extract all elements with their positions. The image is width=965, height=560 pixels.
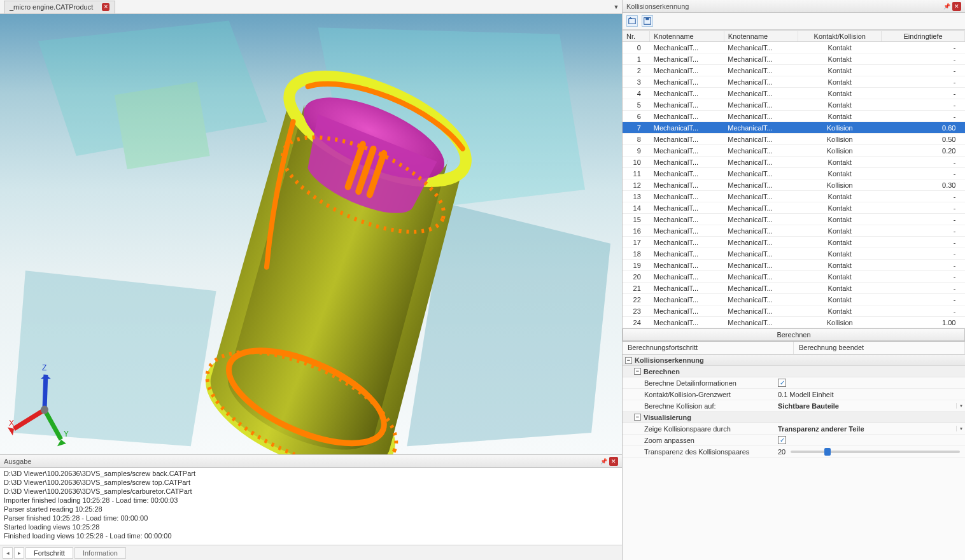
svg-point-20: [41, 406, 48, 414]
output-title: Ausgabe: [4, 458, 31, 465]
chevron-left-icon[interactable]: ◂: [3, 547, 13, 559]
chevron-right-icon[interactable]: ▸: [14, 547, 24, 559]
svg-line-18: [45, 375, 46, 410]
chevron-down-icon[interactable]: ▾: [956, 403, 965, 409]
table-row[interactable]: 23MechanicalT...MechanicalT...Kontakt-: [623, 305, 965, 317]
table-row[interactable]: 12MechanicalT...MechanicalT...Kollision0…: [623, 179, 965, 191]
close-icon[interactable]: ✕: [952, 2, 961, 11]
table-row[interactable]: 21MechanicalT...MechanicalT...Kontakt-: [623, 283, 965, 294]
prop-calc-on: Berechne Kollision auf: Sichtbare Bautei…: [623, 400, 965, 412]
status-label: Berechnungsfortschritt: [623, 342, 794, 354]
table-row[interactable]: 5MechanicalT...MechanicalT...Kontakt-: [623, 99, 965, 111]
svg-marker-4: [115, 81, 210, 169]
prop-group-vis[interactable]: − Visualisierung: [623, 412, 965, 423]
table-row[interactable]: 22MechanicalT...MechanicalT...Kontakt-: [623, 294, 965, 305]
table-row[interactable]: 9MechanicalT...MechanicalT...Kollision0.…: [623, 145, 965, 157]
table-row[interactable]: 8MechanicalT...MechanicalT...Kollision0.…: [623, 134, 965, 145]
threshold-value[interactable]: 0.1 Modell Einheit: [778, 391, 833, 398]
svg-rect-21: [629, 19, 636, 24]
viewport-tab-dropdown-icon[interactable]: ▼: [610, 4, 622, 10]
table-row[interactable]: 1MechanicalT...MechanicalT...Kontakt-: [623, 53, 965, 65]
table-row[interactable]: 11MechanicalT...MechanicalT...Kontakt-: [623, 168, 965, 179]
collapse-icon[interactable]: −: [634, 368, 641, 375]
status-row: Berechnungsfortschritt Berechnung beende…: [623, 342, 965, 354]
table-row[interactable]: 2MechanicalT...MechanicalT...Kontakt-: [623, 65, 965, 76]
clash-table-area: Nr. Knotenname Knotenname Kontakt/Kollis…: [623, 30, 965, 342]
svg-marker-3: [13, 270, 216, 446]
detail-checkbox[interactable]: [778, 379, 786, 387]
output-line: Finished loading views 10:25:28 - Load t…: [4, 531, 618, 540]
col-depth[interactable]: Eindringtiefe: [882, 31, 965, 42]
collapse-icon[interactable]: −: [634, 414, 641, 421]
table-row[interactable]: 16MechanicalT...MechanicalT...Kontakt-: [623, 225, 965, 237]
app-root: _micro engine.CATProduct ✕ ▼: [0, 0, 965, 560]
left-column: _micro engine.CATProduct ✕ ▼: [0, 0, 623, 560]
prop-root[interactable]: − Kollisionserkennung: [623, 354, 965, 366]
close-icon[interactable]: ✕: [609, 457, 618, 466]
table-row[interactable]: 10MechanicalT...MechanicalT...Kontakt-: [623, 157, 965, 168]
output-line: Parser finished 10:25:28 - Load time: 00…: [4, 514, 618, 522]
pin-icon[interactable]: 📌: [599, 457, 608, 466]
prop-threshold: Kontakt/Kollision-Grenzwert 0.1 Modell E…: [623, 389, 965, 400]
transparency-slider[interactable]: [791, 451, 960, 453]
transparency-value[interactable]: 20: [778, 448, 785, 456]
tab-information[interactable]: Information: [74, 547, 126, 559]
clash-header: Kollisionserkennung 📌 ✕: [623, 0, 965, 13]
output-header: Ausgabe 📌 ✕: [0, 455, 622, 468]
table-row[interactable]: 0MechanicalT...MechanicalT...Kontakt-: [623, 42, 965, 53]
calc-on-select[interactable]: Sichtbare Bauteile: [778, 402, 839, 410]
svg-marker-15: [8, 428, 14, 436]
output-line: Parser started reading 10:25:28: [4, 505, 618, 514]
axis-x-label: X: [9, 419, 14, 428]
viewport-tabbar: _micro engine.CATProduct ✕ ▼: [0, 0, 622, 14]
col-kind[interactable]: Kontakt/Kollision: [798, 31, 882, 42]
prop-group-berechnen[interactable]: − Berechnen: [623, 366, 965, 377]
zoom-checkbox[interactable]: [778, 436, 786, 444]
table-row[interactable]: 15MechanicalT...MechanicalT...Kontakt-: [623, 214, 965, 225]
table-row[interactable]: 18MechanicalT...MechanicalT...Kontakt-: [623, 248, 965, 260]
output-line: Importer finished loading 10:25:28 - Loa…: [4, 496, 618, 505]
3d-viewport[interactable]: X Y Z: [0, 14, 622, 454]
table-row[interactable]: 13MechanicalT...MechanicalT...Kontakt-: [623, 191, 965, 202]
table-row[interactable]: 20MechanicalT...MechanicalT...Kontakt-: [623, 271, 965, 283]
prop-zoom: Zoom anpassen: [623, 435, 965, 446]
clash-toolbar: [623, 13, 965, 30]
table-row[interactable]: 14MechanicalT...MechanicalT...Kontakt-: [623, 202, 965, 214]
col-nr[interactable]: Nr.: [623, 31, 650, 42]
col-node1[interactable]: Knotenname: [650, 31, 724, 42]
table-row[interactable]: 24MechanicalT...MechanicalT...Kollision1…: [623, 317, 965, 328]
table-row[interactable]: 6MechanicalT...MechanicalT...Kontakt-: [623, 111, 965, 122]
output-log[interactable]: D:\3D Viewer\100.20636\3DVS_samples/scre…: [0, 468, 622, 545]
axis-z-label: Z: [42, 363, 47, 372]
clash-table-scroll[interactable]: Nr. Knotenname Knotenname Kontakt/Kollis…: [623, 30, 965, 328]
viewport-tab-title: _micro engine.CATProduct: [10, 3, 93, 11]
svg-rect-23: [645, 18, 649, 20]
tab-fortschritt[interactable]: Fortschritt: [25, 547, 73, 559]
output-line: D:\3D Viewer\100.20636\3DVS_samples/carb…: [4, 487, 618, 496]
compute-button[interactable]: Berechnen: [623, 328, 965, 341]
col-node2[interactable]: Knotenname: [724, 31, 798, 42]
right-column: Kollisionserkennung 📌 ✕ Nr. Knote: [623, 0, 965, 560]
collapse-icon[interactable]: −: [625, 357, 632, 364]
svg-marker-17: [57, 440, 66, 447]
chevron-down-icon[interactable]: ▾: [956, 426, 965, 431]
close-icon[interactable]: ✕: [102, 3, 109, 11]
axis-y-label: Y: [64, 430, 69, 438]
clash-table: Nr. Knotenname Knotenname Kontakt/Kollis…: [623, 30, 965, 328]
prop-transparency: Transparenz des Kollisionspaares 20: [623, 446, 965, 458]
open-file-icon[interactable]: [626, 15, 638, 27]
table-row[interactable]: 4MechanicalT...MechanicalT...Kontakt-: [623, 88, 965, 99]
output-tabs: ◂ ▸ Fortschritt Information: [0, 545, 622, 560]
table-row[interactable]: 3MechanicalT...MechanicalT...Kontakt-: [623, 76, 965, 88]
showpairs-select[interactable]: Transparenz anderer Teile: [778, 425, 864, 433]
output-line: D:\3D Viewer\100.20636\3DVS_samples/scre…: [4, 469, 618, 478]
output-line: Started loading views 10:25:28: [4, 522, 618, 531]
prop-detail: Berechne Detailinformationen: [623, 377, 965, 389]
props-panel: − Kollisionserkennung − Berechnen Berech…: [623, 354, 965, 560]
save-file-icon[interactable]: [642, 15, 653, 27]
pin-icon[interactable]: 📌: [942, 2, 951, 11]
table-row[interactable]: 19MechanicalT...MechanicalT...Kontakt-: [623, 260, 965, 271]
table-row[interactable]: 17MechanicalT...MechanicalT...Kontakt-: [623, 237, 965, 248]
table-row[interactable]: 7MechanicalT...MechanicalT...Kollision0.…: [623, 122, 965, 134]
viewport-tab[interactable]: _micro engine.CATProduct ✕: [4, 1, 115, 13]
